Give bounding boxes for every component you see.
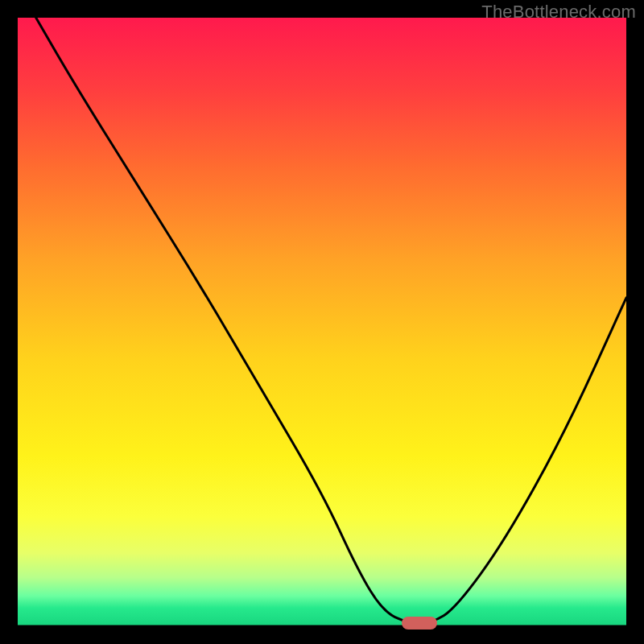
watermark-text: TheBottleneck.com bbox=[481, 2, 636, 23]
optimal-point-marker bbox=[402, 617, 437, 630]
chart-stage: TheBottleneck.com bbox=[0, 0, 644, 644]
bottleneck-curve-path bbox=[36, 18, 626, 623]
bottleneck-plot-area bbox=[18, 18, 626, 626]
bottleneck-curve-svg bbox=[18, 18, 626, 626]
